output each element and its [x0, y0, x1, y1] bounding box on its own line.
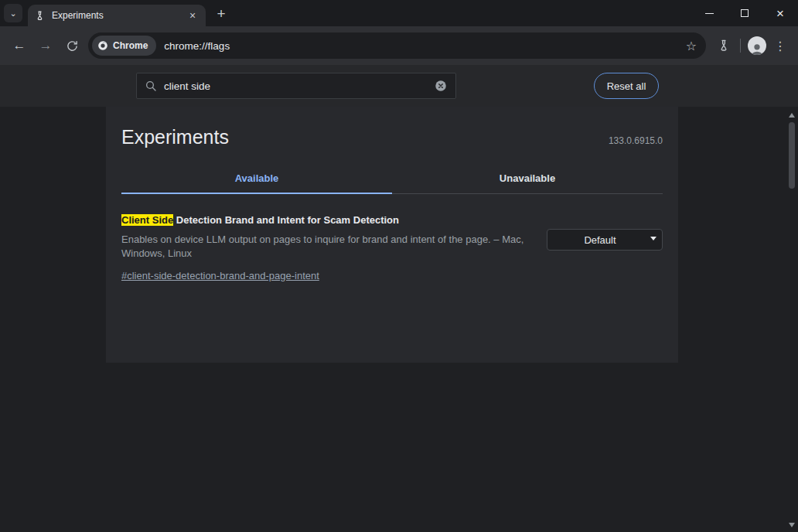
- scrollbar-up-arrow-icon[interactable]: [789, 113, 795, 118]
- flags-search-box[interactable]: [136, 73, 456, 99]
- maximize-icon: [741, 9, 749, 17]
- flask-icon: [35, 11, 45, 21]
- flag-permalink[interactable]: #client-side-detection-brand-and-page-in…: [121, 270, 319, 281]
- flag-description: Enables on device LLM output on pages to…: [121, 233, 542, 261]
- maximize-button[interactable]: [727, 0, 762, 26]
- flags-tabs: Available Unavailable: [121, 165, 663, 194]
- clear-search-icon[interactable]: [434, 79, 448, 93]
- page-scrollbar[interactable]: [787, 107, 797, 532]
- flag-entry: Client Side Detection Brand and Intent f…: [106, 194, 678, 282]
- chip-label: Chrome: [113, 40, 148, 51]
- search-highlight: Client Side: [121, 214, 173, 226]
- forward-arrow-icon: →: [39, 38, 53, 53]
- reload-button[interactable]: [59, 32, 85, 59]
- tab-close-icon[interactable]: ×: [186, 9, 199, 22]
- labs-button[interactable]: [712, 34, 735, 57]
- chevron-down-icon: ⌄: [9, 9, 16, 19]
- tab-search-button[interactable]: ⌄: [4, 4, 22, 22]
- flag-title-rest: Detection Brand and Intent for Scam Dete…: [173, 214, 399, 226]
- minimize-button[interactable]: [691, 0, 727, 26]
- tab-experiments[interactable]: Experiments ×: [28, 5, 206, 26]
- window-controls: ×: [691, 0, 798, 26]
- close-button[interactable]: ×: [762, 0, 798, 26]
- flags-page: Experiments 133.0.6915.0 Available Unava…: [0, 107, 798, 532]
- toolbar-divider: [740, 39, 741, 53]
- flags-search-header: Reset all: [0, 65, 798, 107]
- minimize-icon: [705, 13, 714, 14]
- three-dot-menu-icon: ⋮: [774, 39, 786, 53]
- profile-button[interactable]: [745, 34, 769, 57]
- close-icon: ×: [776, 7, 784, 20]
- omnibox[interactable]: Chrome chrome://flags ☆: [88, 32, 706, 59]
- version-number: 133.0.6915.0: [609, 135, 663, 146]
- forward-button[interactable]: →: [32, 32, 59, 59]
- back-arrow-icon: ←: [13, 38, 26, 53]
- scrollbar-down-arrow-icon[interactable]: [789, 523, 795, 527]
- tab-title: Experiments: [52, 10, 186, 21]
- scrollbar-thumb[interactable]: [789, 122, 795, 189]
- tab-available[interactable]: Available: [121, 165, 392, 193]
- flag-value-select[interactable]: Default: [547, 229, 663, 251]
- flag-title: Client Side Detection Brand and Intent f…: [121, 214, 544, 226]
- tab-unavailable[interactable]: Unavailable: [392, 165, 663, 193]
- avatar: [748, 36, 766, 55]
- reload-icon: [66, 39, 79, 53]
- back-button[interactable]: ←: [6, 32, 32, 59]
- reset-all-button[interactable]: Reset all: [594, 73, 659, 99]
- flags-search-input[interactable]: [164, 80, 434, 92]
- browser-toolbar: ← → Chrome chrome://flags ☆: [0, 26, 798, 65]
- flag-select-wrap: Default: [547, 229, 663, 251]
- experiments-panel: Experiments 133.0.6915.0 Available Unava…: [106, 107, 678, 363]
- titlebar: ⌄ Experiments × + ×: [0, 0, 798, 26]
- url-text: chrome://flags: [164, 40, 685, 52]
- search-icon: [145, 80, 157, 92]
- chrome-logo-icon: [97, 40, 108, 51]
- browser-menu-button[interactable]: ⋮: [769, 34, 792, 57]
- new-tab-button[interactable]: +: [210, 3, 232, 25]
- page-title: Experiments: [106, 107, 678, 148]
- bookmark-star-icon[interactable]: ☆: [686, 39, 697, 53]
- chrome-site-chip[interactable]: Chrome: [92, 36, 156, 56]
- beaker-icon: [718, 39, 730, 52]
- flag-text-column: Client Side Detection Brand and Intent f…: [121, 214, 544, 282]
